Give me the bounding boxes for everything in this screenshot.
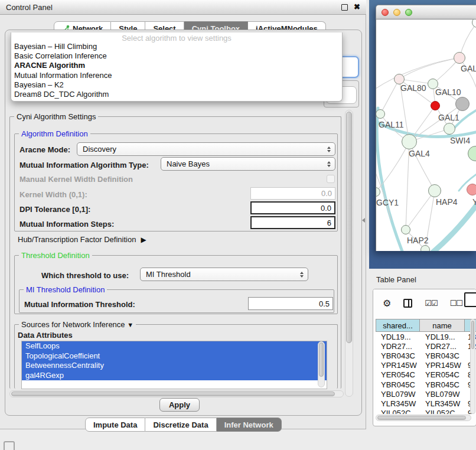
network-view[interactable]: GALGAL80GAL10GAL1GAL11SWI4GAL4GCY1HAP4YH…	[376, 19, 476, 251]
table-cell: YDR27...	[420, 342, 465, 351]
table-row[interactable]: YIL052CYIL052C9	[376, 409, 476, 415]
table-cell: YPR145W	[420, 361, 465, 370]
split-columns-icon[interactable]	[403, 299, 412, 308]
table-cell: YDR27...	[376, 342, 420, 351]
algorithm-option[interactable]: Bayesian – K2	[11, 80, 342, 90]
which-threshold-label: Which threshold to use:	[41, 271, 129, 280]
algorithm-option[interactable]: ARACNE Algorithm	[11, 61, 342, 70]
apply-button[interactable]: Apply	[159, 398, 200, 412]
close-traffic-light-icon[interactable]	[382, 9, 389, 16]
zoom-traffic-light-icon[interactable]	[405, 9, 412, 16]
data-attributes-list[interactable]: SelfLoopsTopologicalCoefficientBetweenne…	[21, 341, 327, 389]
network-window-titlebar[interactable]	[376, 5, 476, 19]
network-node-gal4[interactable]	[402, 134, 417, 149]
sources-title[interactable]: Sources for Network Inference ▼	[19, 320, 136, 329]
data-attribute-item[interactable]: SelfLoops	[22, 341, 327, 351]
control-panel-title: Control Panel	[6, 3, 53, 12]
data-attribute-item[interactable]: BetweennessCentrality	[22, 361, 327, 371]
mi-threshold-group-title: MI Threshold Definition	[24, 285, 107, 294]
mi-threshold-input[interactable]: 0.5	[248, 297, 333, 310]
spinner-arrows-icon	[327, 161, 331, 167]
table-panel: ⚙ ☑☑ ☐☐ shared...name YDL19...YDL19...13…	[373, 289, 476, 426]
mi-algorithm-type-combobox[interactable]: Naive Bayes	[161, 157, 335, 171]
network-node-top-right[interactable]	[472, 19, 476, 28]
network-node-red-node[interactable]	[431, 101, 440, 110]
network-node-swi4[interactable]	[468, 146, 476, 161]
threshold-definition-title: Threshold Definition	[19, 251, 92, 260]
dpi-tolerance-input[interactable]: 0.0	[250, 201, 335, 214]
dock-panel-icon[interactable]	[4, 441, 15, 450]
new-column-icon[interactable]	[464, 292, 476, 307]
table-body[interactable]: YDL19...YDL19...13YDR27...YDR27...12YBR0…	[376, 332, 476, 414]
table-row[interactable]: YDR27...YDR27...12	[376, 341, 476, 351]
network-node-hap2[interactable]	[401, 225, 410, 234]
table-cell: YBR043C	[376, 351, 420, 360]
dpi-tolerance-label: DPI Tolerance [0,1]:	[19, 205, 90, 214]
table-row[interactable]: YDL19...YDL19...13	[376, 332, 476, 341]
tab-infer-network[interactable]: Infer Network	[217, 418, 282, 432]
gear-icon[interactable]: ⚙	[383, 299, 391, 308]
algorithm-option[interactable]: Dream8 DC_TDC Algorithm	[11, 90, 342, 99]
table-row[interactable]: YPR145WYPR145W9.	[376, 361, 476, 370]
table-cell: YLR345W	[376, 399, 420, 408]
aracne-mode-label: Aracne Mode:	[19, 145, 70, 154]
algorithm-dropdown-prompt: Select algorithm to view settings	[11, 32, 342, 42]
network-node-gcy1[interactable]	[376, 187, 380, 197]
cyni-algorithm-settings-title: Cyni Algorithm Settings	[14, 112, 98, 121]
splitter-collapse-arrow[interactable]	[362, 218, 365, 223]
network-node-gal7[interactable]	[454, 52, 465, 64]
table-row[interactable]: YBR045CYBR045C9.	[376, 380, 476, 389]
settings-horizontal-scrollbar[interactable]	[9, 390, 344, 397]
table-toolbar: ⚙ ☑☑ ☐☐	[373, 289, 476, 317]
column-header-shared...[interactable]: shared...	[376, 319, 420, 332]
hub-definition-toggle[interactable]: Hub/Transcription Factor Definition ▶	[18, 235, 146, 244]
data-attribute-item[interactable]: gal4RGexp	[22, 371, 327, 381]
manual-kernel-checkbox[interactable]	[327, 175, 335, 183]
network-node-label-gcy1: GCY1	[376, 198, 399, 207]
network-node-label-gal7: GAL	[461, 64, 476, 73]
table-cell: YBR045C	[420, 380, 465, 389]
network-node-gal1[interactable]	[444, 123, 455, 135]
network-node-hap4[interactable]	[428, 184, 441, 197]
mi-steps-input[interactable]: 6	[250, 216, 335, 229]
algorithm-option[interactable]: Bayesian – Hill Climbing	[11, 42, 342, 51]
table-cell: YDL19...	[376, 332, 420, 341]
tab-impute-data[interactable]: Impute Data	[85, 418, 145, 432]
float-window-icon[interactable]	[341, 4, 348, 11]
collapse-down-icon: ▼	[127, 321, 133, 328]
attributes-scrollbar[interactable]	[318, 341, 325, 387]
algorithm-definition-title: Algorithm Definition	[19, 129, 90, 138]
which-threshold-combobox[interactable]: MI Threshold	[140, 268, 308, 281]
table-row[interactable]: YER054CYER054C8.	[376, 370, 476, 380]
table-cell: YER054C	[376, 370, 420, 379]
network-node-label-y-node: Y	[472, 197, 476, 207]
column-header-name[interactable]: name	[420, 319, 465, 332]
network-node-gray-node[interactable]	[455, 97, 470, 111]
spinner-arrows-icon	[300, 272, 304, 278]
network-node-bottom[interactable]	[420, 245, 430, 251]
network-node-label-hap2: HAP2	[407, 236, 429, 245]
manual-kernel-label: Manual Kernel Width Definition	[19, 175, 133, 184]
settings-vertical-scrollbar[interactable]	[345, 110, 353, 397]
network-node-label-gal10: GAL10	[435, 87, 461, 97]
algorithm-option[interactable]: Mutual Information Inference	[11, 71, 342, 80]
select-all-columns-icon[interactable]: ☑☑	[425, 299, 437, 308]
network-node-y-node[interactable]	[467, 184, 476, 195]
aracne-mode-combobox[interactable]: Discovery	[77, 142, 335, 156]
network-node-label-hap4: HAP4	[436, 197, 458, 207]
minimize-traffic-light-icon[interactable]	[393, 9, 400, 16]
network-node-gal11[interactable]	[376, 109, 385, 119]
algorithm-option[interactable]: Basic Correlation Inference	[11, 51, 342, 61]
table-row[interactable]: YBL079WYBL079W	[376, 389, 476, 399]
table-row[interactable]: YBR043CYBR043C	[376, 351, 476, 360]
tab-discretize-data[interactable]: Discretize Data	[145, 418, 216, 432]
table-row[interactable]: YLR345WYLR345W9.	[376, 399, 476, 408]
unselect-all-columns-icon[interactable]: ☐☐	[450, 299, 462, 308]
table-vertical-scrollbar[interactable]	[470, 319, 475, 414]
table-horizontal-scrollbar[interactable]	[376, 415, 471, 421]
algorithm-dropdown: Select algorithm to view settings Bayesi…	[11, 32, 343, 102]
table-cell: YLR345W	[420, 399, 465, 408]
data-attribute-item[interactable]: TopologicalCoefficient	[22, 351, 327, 361]
close-icon[interactable]: ✖	[354, 4, 360, 10]
table-cell: YIL052C	[376, 409, 420, 414]
